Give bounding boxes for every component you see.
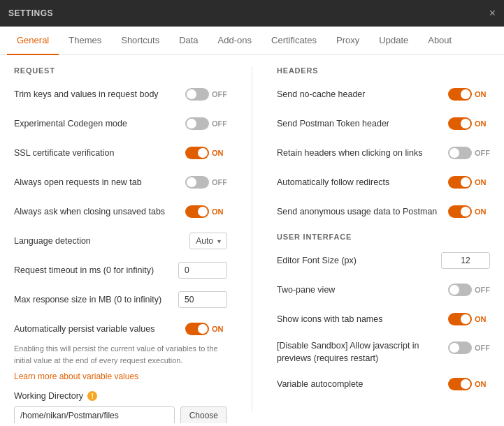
trim-keys-track[interactable] (185, 88, 209, 101)
no-cache-toggle[interactable]: ON (448, 88, 490, 101)
show-icons-state: ON (475, 315, 490, 323)
sandbox-label: [Disable Sandbox] Allow javascript in pr… (277, 340, 448, 365)
title-bar: SETTINGS × (0, 0, 504, 27)
timeout-input[interactable] (178, 262, 227, 279)
codegen-label: Experimental Codegen mode (14, 119, 185, 128)
usage-data-track[interactable] (448, 205, 472, 218)
autocomplete-toggle[interactable]: ON (448, 378, 490, 390)
ssl-track[interactable] (185, 147, 209, 159)
new-tab-label: Always open requests in new tab (14, 177, 185, 187)
tab-certificates[interactable]: Certificates (261, 27, 326, 55)
column-divider (252, 66, 252, 412)
setting-no-cache: Send no-cache header ON (277, 85, 490, 104)
ssl-toggle[interactable]: ON (185, 147, 227, 159)
persist-vars-label: Automatically persist variable values (14, 324, 185, 334)
setting-codegen: Experimental Codegen mode OFF (14, 114, 227, 133)
language-label: Language detection (14, 236, 189, 246)
retain-headers-state: OFF (475, 149, 490, 157)
choose-dir-button[interactable]: Choose (180, 406, 227, 423)
nav-tabs: General Themes Shortcuts Data Add-ons Ce… (0, 27, 504, 55)
two-pane-toggle[interactable]: OFF (448, 284, 490, 296)
max-response-input[interactable] (178, 291, 227, 308)
codegen-state: OFF (212, 119, 227, 128)
usage-data-label: Send anonymous usage data to Postman (277, 207, 448, 216)
tab-about[interactable]: About (418, 27, 461, 55)
tab-themes[interactable]: Themes (59, 27, 111, 55)
two-pane-state: OFF (475, 286, 490, 294)
new-tab-state: OFF (212, 178, 227, 186)
setting-postman-token: Send Postman Token header ON (277, 114, 490, 133)
tab-data[interactable]: Data (169, 27, 208, 55)
sandbox-track[interactable] (448, 341, 472, 354)
language-value: Auto (196, 236, 213, 246)
postman-token-toggle[interactable]: ON (448, 117, 490, 130)
setting-two-pane: Two-pane view OFF (277, 280, 490, 300)
autocomplete-label: Variable autocomplete (277, 379, 448, 389)
follow-redirects-label: Automatically follow redirects (277, 177, 448, 187)
sandbox-state: OFF (475, 344, 490, 352)
tab-addons[interactable]: Add-ons (208, 27, 261, 55)
trim-keys-label: Trim keys and values in request body (14, 89, 185, 99)
right-column: HEADERS Send no-cache header ON Send Pos… (277, 66, 490, 412)
setting-font-size: Editor Font Size (px) (277, 251, 490, 270)
tab-update[interactable]: Update (369, 27, 418, 55)
show-icons-track[interactable] (448, 313, 472, 325)
setting-timeout: Request timeout in ms (0 for infinity) (14, 260, 227, 280)
two-pane-label: Two-pane view (277, 285, 448, 295)
setting-follow-redirects: Automatically follow redirects ON (277, 172, 490, 192)
closing-tabs-state: ON (212, 207, 227, 216)
new-tab-toggle[interactable]: OFF (185, 176, 227, 189)
retain-headers-label: Retain headers when clicking on links (277, 148, 448, 158)
postman-token-label: Send Postman Token header (277, 119, 448, 128)
working-dir-input[interactable] (14, 406, 175, 423)
no-cache-label: Send no-cache header (277, 89, 448, 99)
setting-usage-data: Send anonymous usage data to Postman ON (277, 202, 490, 221)
sandbox-toggle[interactable]: OFF (448, 341, 490, 354)
persist-vars-state: ON (212, 325, 227, 333)
show-icons-label: Show icons with tab names (277, 314, 448, 324)
setting-persist-vars: Automatically persist variable values ON (14, 319, 227, 339)
codegen-track[interactable] (185, 117, 209, 130)
persist-vars-track[interactable] (185, 323, 209, 335)
settings-content: REQUEST Trim keys and values in request … (0, 55, 504, 423)
two-pane-track[interactable] (448, 284, 472, 296)
setting-new-tab: Always open requests in new tab OFF (14, 172, 227, 192)
autocomplete-state: ON (475, 380, 490, 388)
closing-tabs-label: Always ask when closing unsaved tabs (14, 207, 185, 216)
close-button[interactable]: × (489, 7, 496, 20)
setting-show-icons: Show icons with tab names ON (277, 309, 490, 329)
persist-vars-toggle[interactable]: ON (185, 323, 227, 335)
setting-ssl: SSL certificate verification ON (14, 143, 227, 163)
tab-proxy[interactable]: Proxy (326, 27, 369, 55)
request-section-title: REQUEST (14, 66, 227, 75)
ui-section-title: USER INTERFACE (277, 233, 490, 241)
trim-keys-toggle[interactable]: OFF (185, 88, 227, 101)
follow-redirects-track[interactable] (448, 176, 472, 189)
closing-tabs-track[interactable] (185, 205, 209, 218)
closing-tabs-toggle[interactable]: ON (185, 205, 227, 218)
language-dropdown[interactable]: Auto ▾ (189, 233, 227, 249)
ssl-state: ON (212, 149, 227, 157)
follow-redirects-toggle[interactable]: ON (448, 176, 490, 189)
codegen-toggle[interactable]: OFF (185, 117, 227, 130)
working-dir-row: Choose (14, 406, 227, 423)
no-cache-track[interactable] (448, 88, 472, 101)
show-icons-toggle[interactable]: ON (448, 313, 490, 325)
working-dir-label: Working Directory ! (14, 391, 227, 401)
tab-general[interactable]: General (7, 27, 59, 55)
postman-token-track[interactable] (448, 117, 472, 130)
setting-trim-keys: Trim keys and values in request body OFF (14, 85, 227, 104)
setting-sandbox: [Disable Sandbox] Allow javascript in pr… (277, 339, 490, 365)
chevron-down-icon: ▾ (217, 237, 221, 245)
new-tab-track[interactable] (185, 176, 209, 189)
usage-data-toggle[interactable]: ON (448, 205, 490, 218)
max-response-label: Max response size in MB (0 to infinity) (14, 295, 178, 304)
tab-shortcuts[interactable]: Shortcuts (111, 27, 169, 55)
setting-autocomplete: Variable autocomplete ON (277, 374, 490, 394)
learn-variable-values-link[interactable]: Learn more about variable values (14, 372, 227, 381)
retain-headers-track[interactable] (448, 147, 472, 159)
postman-token-state: ON (475, 119, 490, 128)
autocomplete-track[interactable] (448, 378, 472, 390)
font-size-input[interactable] (441, 252, 490, 269)
retain-headers-toggle[interactable]: OFF (448, 147, 490, 159)
